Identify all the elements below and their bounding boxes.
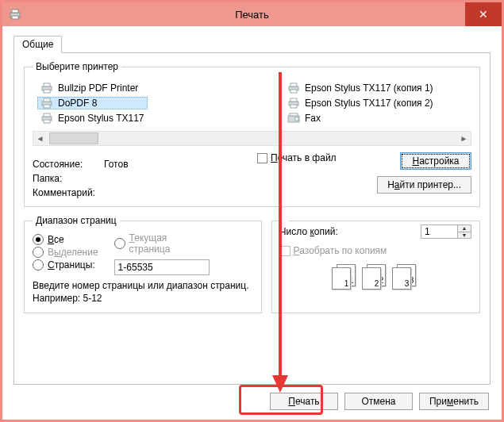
close-button[interactable]: ✕	[465, 2, 502, 26]
collate-label: Разобрать по копиям	[294, 245, 387, 256]
printer-item[interactable]: Epson Stylus TX117	[37, 112, 148, 125]
printer-icon	[287, 82, 300, 94]
printer-icon	[287, 98, 300, 109]
apply-button[interactable]: Применить	[419, 393, 489, 410]
printer-item[interactable]: Epson Stylus TX117 (копия 2)	[284, 97, 467, 109]
horizontal-scrollbar[interactable]: ◄ ►	[33, 131, 471, 146]
printer-label: Epson Stylus TX117	[58, 113, 144, 124]
settings-button[interactable]: Настройка	[400, 152, 471, 170]
radio-all[interactable]: Все	[33, 234, 98, 245]
printer-item[interactable]: Fax	[284, 112, 467, 125]
printer-group-legend: Выберите принтер	[33, 61, 121, 72]
printer-label: Epson Stylus TX117 (копия 1)	[305, 82, 433, 94]
spinner-up-icon[interactable]: ▲	[458, 225, 471, 232]
svg-rect-4	[44, 83, 50, 86]
scroll-left-icon[interactable]: ◄	[33, 132, 47, 144]
radio-dot	[114, 238, 125, 249]
printer-item-selected[interactable]: DoPDF 8	[37, 97, 148, 109]
copies-value[interactable]: 1	[421, 224, 457, 239]
printer-group: Выберите принтер Bullzip PDF Printer DoP…	[24, 61, 480, 207]
range-hint: Введите номер страницы или диапазон стра…	[33, 280, 253, 305]
range-legend: Диапазон страниц	[33, 215, 120, 226]
window-title: Печать	[2, 9, 502, 21]
radio-pages[interactable]: Страницы:	[33, 259, 98, 270]
radio-pages-label: Страницы:	[48, 259, 95, 270]
print-to-file-checkbox[interactable]: Печать в файл	[257, 152, 366, 163]
comment-label: Комментарий:	[33, 187, 104, 198]
find-printer-button[interactable]: Найти принтер...	[377, 176, 471, 194]
svg-rect-10	[44, 113, 50, 117]
svg-rect-16	[290, 98, 297, 102]
printer-item[interactable]: Bullzip PDF Printer	[37, 82, 148, 94]
radio-selection: Выделение	[33, 247, 98, 258]
printer-list: Bullzip PDF Printer DoPDF 8 Epson Stylus…	[33, 79, 471, 126]
printer-label: Epson Stylus TX117 (копия 2)	[305, 98, 433, 109]
checkbox-box	[257, 153, 267, 163]
svg-rect-11	[44, 120, 50, 123]
tab-strip: Общие	[13, 34, 491, 53]
svg-rect-1	[12, 10, 18, 13]
tab-page: Выберите принтер Bullzip PDF Printer DoP…	[13, 53, 491, 385]
svg-rect-5	[44, 90, 50, 93]
copies-spinner[interactable]: 1 ▲ ▼	[421, 224, 471, 239]
radio-dot	[33, 247, 44, 258]
cancel-button[interactable]: Отмена	[344, 393, 413, 410]
radio-current-label: Текущаястраница	[129, 232, 171, 255]
page-range-group: Диапазон страниц Все Выделение	[24, 215, 262, 313]
copies-label: Число копий:	[280, 226, 338, 237]
scroll-thumb[interactable]	[49, 132, 98, 144]
print-to-file-label: Печать в файл	[271, 152, 337, 163]
spinner-down-icon[interactable]: ▼	[458, 232, 471, 239]
tab-general[interactable]: Общие	[13, 36, 62, 53]
titlebar: Печать ✕	[2, 2, 502, 26]
printer-item[interactable]: Epson Stylus TX117 (копия 1)	[284, 82, 467, 94]
state-value: Готов	[104, 159, 199, 170]
radio-dot	[33, 259, 44, 270]
radio-all-label: Все	[48, 234, 64, 245]
scroll-right-icon[interactable]: ►	[457, 132, 471, 144]
svg-rect-13	[290, 83, 297, 86]
collate-illustration: 1 1 2 2 3 3	[280, 264, 471, 288]
svg-rect-2	[12, 16, 18, 19]
printer-label: Fax	[305, 113, 321, 124]
radio-current-page: Текущаястраница	[114, 232, 210, 255]
radio-dot	[33, 234, 44, 245]
svg-rect-7	[44, 98, 50, 102]
printer-label: DoPDF 8	[58, 98, 97, 109]
copies-group: . Число копий: 1 ▲ ▼	[271, 215, 480, 313]
printer-icon	[40, 98, 53, 109]
radio-selection-label: Выделение	[48, 247, 98, 258]
checkbox-box	[280, 246, 290, 256]
printer-app-icon	[9, 8, 21, 21]
pages-input[interactable]	[114, 259, 210, 275]
collate-checkbox: Разобрать по копиям	[280, 245, 471, 256]
printer-icon	[40, 82, 53, 94]
footer-buttons: Печать Отмена Применить	[270, 393, 489, 410]
printer-icon	[40, 113, 53, 124]
printer-label: Bullzip PDF Printer	[58, 82, 138, 94]
svg-rect-19	[290, 113, 298, 116]
print-button[interactable]: Печать	[270, 393, 338, 410]
fax-icon	[287, 113, 300, 124]
svg-rect-14	[290, 90, 297, 93]
svg-rect-20	[295, 117, 298, 121]
folder-label: Папка:	[33, 173, 104, 184]
state-label: Состояние:	[33, 159, 104, 170]
svg-rect-17	[290, 105, 297, 108]
svg-rect-8	[44, 105, 50, 108]
